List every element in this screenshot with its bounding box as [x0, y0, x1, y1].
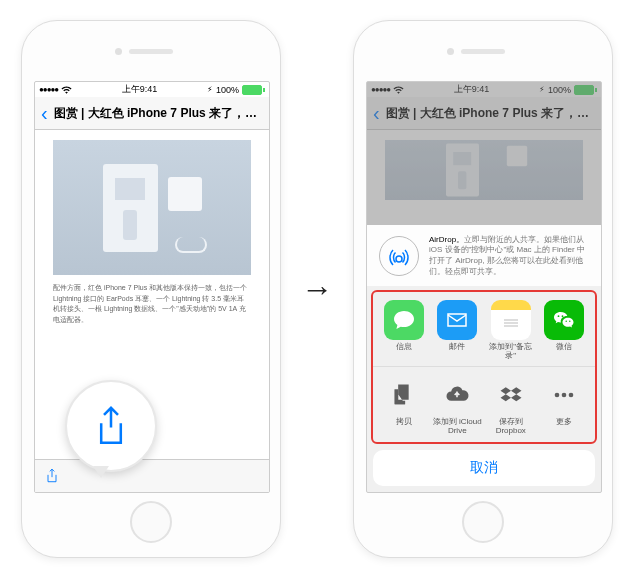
screen-left: ●●●●● 上午9:41 ⚡︎ 100% ‹ 图赏 | 大红色 iPhone 7… — [34, 81, 270, 493]
share-app-messages[interactable]: 信息 — [377, 300, 431, 361]
svg-point-2 — [569, 393, 574, 398]
svg-point-0 — [555, 393, 560, 398]
share-app-wechat[interactable]: 微信 — [538, 300, 592, 361]
share-icon[interactable] — [45, 468, 59, 484]
share-apps-row: 信息 邮件 添加到"备忘录" 微信 — [373, 292, 595, 368]
phone-right: ●●●●● 上午9:41 ⚡︎ 100% ‹ 图赏 | 大红色 iPhone 7… — [353, 20, 613, 558]
back-button[interactable]: ‹ — [41, 102, 48, 125]
share-actions-row: 拷贝 添加到 iCloud Drive 保存到 Dropbox 更多 — [373, 367, 595, 442]
share-app-notes[interactable]: 添加到"备忘录" — [484, 300, 538, 361]
cancel-button[interactable]: 取消 — [373, 450, 595, 486]
svg-point-1 — [562, 393, 567, 398]
phone-left: ●●●●● 上午9:41 ⚡︎ 100% ‹ 图赏 | 大红色 iPhone 7… — [21, 20, 281, 558]
page-title: 图赏 | 大红色 iPhone 7 Plus 来了，你... — [54, 105, 263, 122]
action-copy[interactable]: 拷贝 — [377, 375, 431, 436]
article-content: 配件方面，红色 iPhone 7 Plus 和其他版本保持一致，包括一个 Lig… — [35, 130, 269, 335]
toolbar — [35, 459, 269, 492]
airdrop-row[interactable]: AirDrop。立即与附近的人共享。如果他们从 iOS 设备的"控制中心"或 M… — [367, 225, 601, 286]
share-zoom-callout — [65, 380, 157, 472]
apps-highlight-box: 信息 邮件 添加到"备忘录" 微信 — [371, 290, 597, 444]
arrow-icon: → — [301, 271, 333, 308]
share-app-mail[interactable]: 邮件 — [431, 300, 485, 361]
screen-right: ●●●●● 上午9:41 ⚡︎ 100% ‹ 图赏 | 大红色 iPhone 7… — [366, 81, 602, 493]
photo-caption: 配件方面，红色 iPhone 7 Plus 和其他版本保持一致，包括一个 Lig… — [53, 283, 251, 325]
action-more[interactable]: 更多 — [538, 375, 592, 436]
airdrop-icon — [379, 236, 419, 276]
home-button[interactable] — [130, 501, 172, 543]
action-dropbox[interactable]: 保存到 Dropbox — [484, 375, 538, 436]
product-photo — [53, 140, 251, 275]
airdrop-text: AirDrop。立即与附近的人共享。如果他们从 iOS 设备的"控制中心"或 M… — [429, 235, 589, 278]
share-icon-zoom — [94, 405, 128, 447]
status-time: 上午9:41 — [122, 83, 158, 96]
home-button[interactable] — [462, 501, 504, 543]
status-bar: ●●●●● 上午9:41 ⚡︎ 100% — [35, 82, 269, 97]
action-icloud-drive[interactable]: 添加到 iCloud Drive — [431, 375, 485, 436]
wifi-icon — [61, 85, 72, 94]
share-sheet: AirDrop。立即与附近的人共享。如果他们从 iOS 设备的"控制中心"或 M… — [367, 225, 601, 492]
battery-percent: 100% — [216, 85, 239, 95]
signal-dots-icon: ●●●●● — [39, 85, 58, 94]
nav-bar: ‹ 图赏 | 大红色 iPhone 7 Plus 来了，你... — [35, 97, 269, 130]
